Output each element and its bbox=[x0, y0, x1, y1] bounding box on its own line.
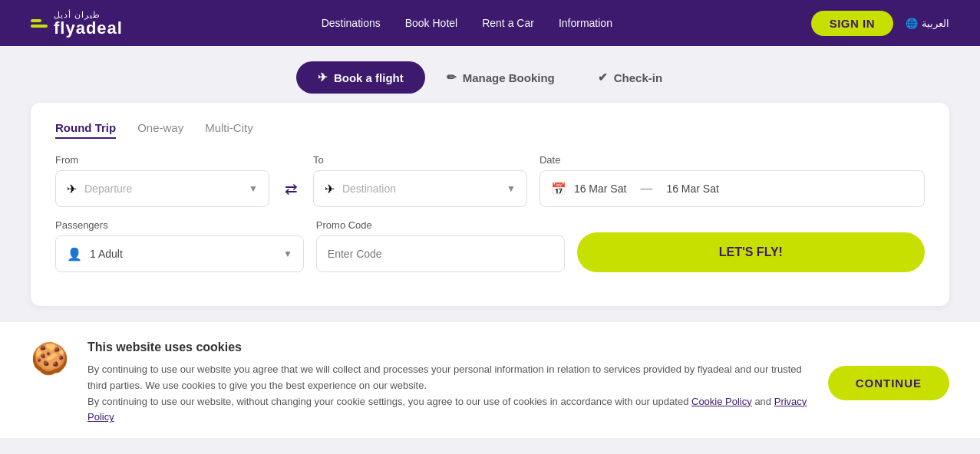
to-plane-icon: ✈ bbox=[325, 182, 335, 196]
function-tabs: ✈ Book a flight ✏ Manage Booking ✔ Check… bbox=[0, 46, 980, 94]
trip-tab-one-way[interactable]: One-way bbox=[137, 121, 183, 139]
tab-book-flight-label: Book a flight bbox=[334, 71, 404, 84]
promo-input[interactable] bbox=[316, 235, 565, 272]
cookie-and-text: and bbox=[754, 396, 771, 407]
tab-check-in[interactable]: ✔ Check-in bbox=[576, 61, 684, 94]
passengers-select[interactable]: 👤 1 Adult ▼ bbox=[55, 235, 304, 272]
to-select[interactable]: ✈ Destination ▼ bbox=[313, 170, 527, 207]
nav-information[interactable]: Information bbox=[559, 17, 612, 29]
date-group: Date 📅 16 Mar Sat — 16 Mar Sat bbox=[539, 154, 925, 207]
passengers-group: Passengers 👤 1 Adult ▼ bbox=[55, 219, 304, 272]
logo-text: طيران أديل flyadeal bbox=[54, 10, 123, 37]
date-range-picker[interactable]: 📅 16 Mar Sat — 16 Mar Sat bbox=[539, 170, 925, 207]
flight-form-row-1: From ✈ Departure ▼ ⇄ To ✈ Destination ▼ bbox=[55, 154, 925, 207]
main-header: طيران أديل flyadeal Destinations Book Ho… bbox=[0, 0, 980, 46]
trip-tab-round-trip[interactable]: Round Trip bbox=[55, 121, 116, 139]
cookie-icon: 🍪 bbox=[31, 340, 69, 377]
tab-check-in-label: Check-in bbox=[614, 71, 662, 84]
plane-tab-icon: ✈ bbox=[318, 71, 328, 84]
tab-manage-booking[interactable]: ✏ Manage Booking bbox=[425, 61, 576, 94]
logo-stripes bbox=[31, 19, 48, 28]
date-to-text: 16 Mar Sat bbox=[666, 183, 718, 195]
cookie-title: This website uses cookies bbox=[87, 340, 810, 354]
to-group: To ✈ Destination ▼ bbox=[313, 154, 527, 207]
date-label: Date bbox=[539, 154, 925, 166]
cookie-banner: 🍪 This website uses cookies By continuin… bbox=[0, 321, 980, 438]
globe-icon: 🌐 bbox=[906, 18, 918, 29]
logo-en-text: flyadeal bbox=[54, 20, 123, 37]
passengers-value: 1 Adult bbox=[90, 248, 276, 260]
date-from-text: 16 Mar Sat bbox=[574, 183, 626, 195]
nav-book-hotel[interactable]: Book Hotel bbox=[405, 17, 457, 29]
promo-group: Promo Code bbox=[316, 219, 565, 272]
trip-tab-multi-city[interactable]: Multi-City bbox=[205, 121, 253, 139]
logo: طيران أديل flyadeal bbox=[31, 10, 123, 37]
nav-rent-a-car[interactable]: Rent a Car bbox=[482, 17, 534, 29]
flight-form-row-2: Passengers 👤 1 Adult ▼ Promo Code LET'S … bbox=[55, 219, 925, 272]
passengers-chevron-icon: ▼ bbox=[283, 248, 292, 259]
sign-in-button[interactable]: SIGN IN bbox=[811, 11, 893, 36]
lets-fly-group: LET'S FLY! bbox=[577, 232, 925, 272]
logo-stripe-2 bbox=[31, 25, 48, 28]
to-chevron-icon: ▼ bbox=[506, 183, 516, 194]
check-tab-icon: ✔ bbox=[598, 71, 608, 84]
main-nav: Destinations Book Hotel Rent a Car Infor… bbox=[322, 17, 612, 29]
cookie-text-1: By continuing to use our website you agr… bbox=[87, 362, 810, 394]
cookie-text-2: By continuing to use our website, withou… bbox=[87, 394, 810, 426]
from-placeholder: Departure bbox=[84, 183, 241, 195]
from-label: From bbox=[55, 154, 269, 166]
person-icon: 👤 bbox=[67, 247, 82, 262]
trip-type-tabs: Round Trip One-way Multi-City bbox=[55, 121, 925, 139]
swap-button[interactable]: ⇄ bbox=[282, 179, 301, 198]
logo-stripe-1 bbox=[31, 19, 41, 22]
from-plane-icon: ✈ bbox=[67, 182, 77, 196]
from-select[interactable]: ✈ Departure ▼ bbox=[55, 170, 269, 207]
from-chevron-icon: ▼ bbox=[249, 183, 258, 194]
language-button[interactable]: 🌐 العربية bbox=[906, 18, 949, 29]
to-placeholder: Destination bbox=[342, 183, 499, 195]
date-separator: — bbox=[640, 182, 652, 196]
from-group: From ✈ Departure ▼ bbox=[55, 154, 269, 207]
calendar-icon: 📅 bbox=[551, 182, 566, 196]
promo-label: Promo Code bbox=[316, 219, 565, 231]
passengers-label: Passengers bbox=[55, 219, 304, 231]
booking-card: Round Trip One-way Multi-City From ✈ Dep… bbox=[31, 103, 949, 306]
lang-label: العربية bbox=[922, 18, 949, 29]
nav-destinations[interactable]: Destinations bbox=[322, 17, 381, 29]
cookie-policy-link[interactable]: Cookie Policy bbox=[691, 396, 752, 407]
lets-fly-button[interactable]: LET'S FLY! bbox=[577, 232, 925, 272]
cookie-body2-text: By continuing to use our website, withou… bbox=[87, 396, 688, 407]
tab-book-flight[interactable]: ✈ Book a flight bbox=[296, 61, 425, 94]
tab-manage-booking-label: Manage Booking bbox=[463, 71, 555, 84]
nav-right: SIGN IN 🌐 العربية bbox=[811, 11, 949, 36]
edit-tab-icon: ✏ bbox=[447, 71, 457, 84]
to-label: To bbox=[313, 154, 527, 166]
continue-button[interactable]: CONTINUE bbox=[828, 366, 949, 400]
cookie-content: This website uses cookies By continuing … bbox=[87, 340, 810, 426]
